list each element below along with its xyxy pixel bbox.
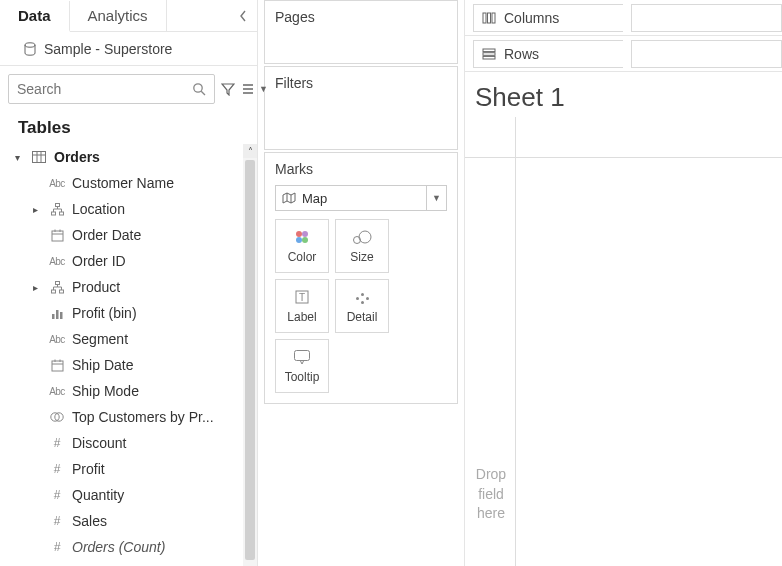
svg-point-0	[25, 42, 35, 46]
search-input[interactable]	[17, 81, 192, 97]
field-label: Top Customers by Pr...	[72, 409, 243, 425]
svg-rect-22	[60, 312, 63, 319]
filters-card[interactable]: Filters	[264, 66, 458, 150]
field-label: Customer Name	[72, 175, 243, 191]
field-label: Quantity	[72, 487, 243, 503]
field-row[interactable]: #Discount	[0, 430, 243, 456]
svg-rect-20	[52, 314, 55, 319]
tab-analytics[interactable]: Analytics	[70, 0, 167, 31]
field-row[interactable]: #Sales	[0, 508, 243, 534]
svg-rect-41	[483, 56, 495, 59]
scrollbar[interactable]: ˄	[243, 144, 257, 566]
svg-rect-18	[51, 290, 55, 293]
rows-shelf[interactable]: Rows	[465, 36, 782, 72]
label-icon: T	[294, 288, 310, 306]
chevron-down-icon: ▾	[10, 152, 24, 163]
number-type-icon: #	[54, 540, 61, 554]
pages-title: Pages	[265, 1, 457, 33]
table-row-orders[interactable]: ▾ Orders	[0, 144, 243, 170]
rows-icon	[482, 48, 496, 60]
hierarchy-type-icon	[51, 281, 64, 294]
mark-type-dropdown[interactable]: Map ▼	[275, 185, 447, 211]
axis-divider-horizontal	[465, 157, 782, 158]
tooltip-icon	[293, 348, 311, 366]
filter-icon[interactable]	[221, 81, 235, 97]
mark-tooltip-button[interactable]: Tooltip	[275, 339, 329, 393]
chevron-right-icon[interactable]: ▸	[28, 204, 42, 215]
svg-point-1	[194, 84, 202, 92]
rows-drop[interactable]	[631, 40, 782, 68]
mark-size-button[interactable]: Size	[335, 219, 389, 273]
svg-rect-35	[295, 351, 310, 361]
field-row[interactable]: Order Date	[0, 222, 243, 248]
marks-title: Marks	[265, 153, 457, 185]
svg-line-2	[201, 91, 205, 95]
field-row[interactable]: Profit (bin)	[0, 300, 243, 326]
set-type-icon	[50, 411, 64, 423]
mark-label-button[interactable]: T Label	[275, 279, 329, 333]
field-row[interactable]: #Quantity	[0, 482, 243, 508]
table-name: Orders	[54, 149, 243, 165]
number-type-icon: #	[54, 488, 61, 502]
field-row[interactable]: AbcOrder ID	[0, 248, 243, 274]
string-type-icon: Abc	[49, 334, 65, 345]
field-row[interactable]: #Profit	[0, 456, 243, 482]
field-label: Ship Date	[72, 357, 243, 373]
marks-card: Marks Map ▼ Color Size	[264, 152, 458, 404]
field-label: Profit (bin)	[72, 305, 243, 321]
columns-label: Columns	[504, 10, 559, 26]
string-type-icon: Abc	[49, 256, 65, 267]
bin-type-icon	[51, 307, 64, 320]
columns-drop[interactable]	[631, 4, 782, 32]
string-type-icon: Abc	[49, 178, 65, 189]
field-row[interactable]: ▸Location	[0, 196, 243, 222]
svg-text:T: T	[299, 292, 305, 303]
svg-rect-21	[56, 310, 59, 319]
date-type-icon	[51, 359, 64, 372]
svg-rect-13	[52, 231, 63, 241]
drop-field-hint: Drop field here	[471, 465, 511, 524]
field-label: Ship Mode	[72, 383, 243, 399]
columns-icon	[482, 12, 496, 24]
mark-detail-button[interactable]: Detail	[335, 279, 389, 333]
pages-card[interactable]: Pages	[264, 0, 458, 64]
field-row[interactable]: AbcShip Mode	[0, 378, 243, 404]
date-type-icon	[51, 229, 64, 242]
svg-rect-11	[51, 212, 55, 215]
field-label: Order Date	[72, 227, 243, 243]
field-label: Sales	[72, 513, 243, 529]
chevron-down-icon: ▼	[426, 186, 446, 210]
svg-rect-23	[52, 361, 63, 371]
tab-data[interactable]: Data	[0, 1, 70, 32]
collapse-left-pane[interactable]	[229, 0, 257, 31]
svg-rect-19	[59, 290, 63, 293]
columns-shelf[interactable]: Columns	[465, 0, 782, 36]
mark-color-button[interactable]: Color	[275, 219, 329, 273]
mark-label-label: Label	[287, 310, 316, 324]
svg-rect-37	[488, 13, 491, 23]
viz-canvas[interactable]: Drop field here	[465, 117, 782, 566]
search-input-wrap[interactable]	[8, 74, 215, 104]
field-row[interactable]: AbcSegment	[0, 326, 243, 352]
size-icon	[352, 228, 372, 246]
svg-point-32	[359, 231, 371, 243]
sheet-title[interactable]: Sheet 1	[465, 72, 782, 117]
chevron-right-icon[interactable]: ▸	[28, 282, 42, 293]
number-type-icon: #	[54, 436, 61, 450]
datasource-row[interactable]: Sample - Superstore	[0, 32, 257, 66]
field-row[interactable]: AbcCustomer Name	[0, 170, 243, 196]
field-label: Product	[72, 279, 243, 295]
field-label: Profit	[72, 461, 243, 477]
field-row[interactable]: Top Customers by Pr...	[0, 404, 243, 430]
table-icon	[30, 151, 48, 163]
field-row[interactable]: ▸Product	[0, 274, 243, 300]
tables-heading: Tables	[0, 108, 257, 144]
filters-title: Filters	[265, 67, 457, 99]
scroll-up-icon[interactable]: ˄	[243, 144, 257, 158]
field-row[interactable]: #Orders (Count)	[0, 534, 243, 560]
view-list-icon[interactable]	[241, 81, 255, 97]
scroll-thumb[interactable]	[245, 160, 255, 560]
datasource-name: Sample - Superstore	[44, 41, 172, 57]
field-row[interactable]: Ship Date	[0, 352, 243, 378]
view-menu-caret[interactable]: ▼	[259, 84, 268, 94]
